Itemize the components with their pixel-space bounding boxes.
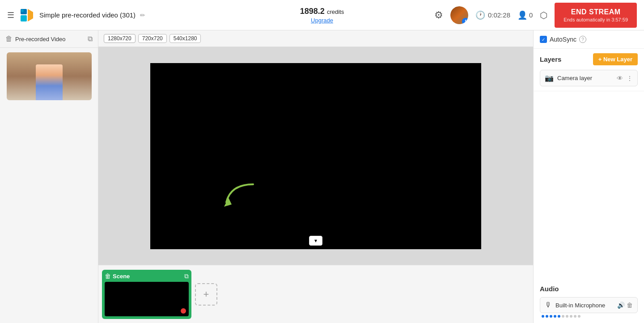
autosync-row: ✓ AutoSync ?	[534, 30, 644, 49]
end-stream-title: END STREAM	[571, 8, 621, 16]
header-center: 1898.2 credits Upgrade	[300, 7, 344, 24]
header: ☰ Simple pre-recorded video (301) ✏ 1898…	[0, 0, 644, 30]
audio-dot-10	[578, 315, 580, 318]
viewers-section: 👤 0	[517, 10, 533, 20]
prerecorded-trash-icon[interactable]: 🗑	[5, 35, 13, 43]
audio-trash-icon[interactable]: 🗑	[627, 302, 633, 309]
facebook-badge: f	[462, 18, 468, 24]
scene-header-left: 🗑 Scene	[105, 272, 130, 280]
microphone-icon: 🎙	[545, 301, 552, 309]
audio-section: Audio 🎙 Built-in Microphone 🔊 🗑	[534, 280, 644, 323]
audio-dot-4	[554, 315, 556, 318]
end-stream-button[interactable]: END STREAM Ends automatically in 3:57:59	[555, 3, 637, 28]
layers-title: Layers	[540, 55, 561, 63]
left-panel: 🗑 Pre-recorded Video ⧉	[0, 30, 98, 323]
prerecorded-copy-icon[interactable]: ⧉	[88, 35, 93, 43]
timer-section: 🕐 0:02:28	[475, 10, 510, 20]
video-canvas: ▾	[150, 63, 481, 249]
resolution-1280x720[interactable]: 1280x720	[104, 34, 136, 43]
thumbnail-image	[7, 52, 92, 100]
layer-name: Camera layer	[557, 75, 613, 81]
svg-point-3	[21, 9, 24, 12]
mic-name: Built-in Microphone	[555, 302, 614, 309]
volume-icon[interactable]: 🔊	[617, 302, 625, 309]
audio-dot-5	[558, 315, 560, 318]
svg-marker-4	[224, 198, 232, 207]
viewers-icon: 👤	[517, 10, 527, 20]
scene-header: 🗑 Scene ⧉	[105, 272, 189, 280]
scene-label: Scene	[113, 273, 130, 280]
credits-label: credits	[327, 8, 344, 15]
main-layout: 🗑 Pre-recorded Video ⧉ 1280x720 720x720 …	[0, 30, 644, 323]
layer-more-icon[interactable]: ⋮	[627, 75, 633, 82]
gear-icon[interactable]: ⚙	[434, 9, 443, 21]
add-scene-button[interactable]: +	[195, 283, 217, 306]
autosync-label: AutoSync	[550, 36, 576, 43]
svg-rect-0	[21, 15, 27, 21]
audio-item: 🎙 Built-in Microphone 🔊 🗑	[540, 297, 638, 313]
resolution-720x720[interactable]: 720x720	[138, 34, 167, 43]
upgrade-link[interactable]: Upgrade	[311, 17, 333, 24]
header-left: ☰ Simple pre-recorded video (301) ✏	[7, 7, 295, 23]
video-thumbnail	[7, 52, 92, 100]
external-link-icon[interactable]: ⬡	[540, 10, 547, 21]
scene-thumbnail	[105, 282, 189, 316]
layers-section: Layers + New Layer 📷 Camera layer 👁 ⋮	[534, 49, 644, 91]
prerecorded-header: 🗑 Pre-recorded Video ⧉	[0, 30, 98, 48]
audio-controls: 🔊 🗑	[617, 302, 633, 309]
audio-dot-8	[570, 315, 572, 318]
autosync-checkbox[interactable]: ✓	[540, 36, 547, 43]
right-panel: ✓ AutoSync ? Layers + New Layer 📷 Camera…	[533, 30, 644, 323]
edit-icon[interactable]: ✏	[140, 12, 145, 19]
scene-trash-icon[interactable]: 🗑	[105, 272, 111, 280]
app-title: Simple pre-recorded video (301)	[39, 11, 136, 19]
layer-visibility-icon[interactable]: 👁	[617, 75, 623, 82]
recording-dot	[181, 308, 186, 314]
header-right: ⚙ f 🕐 0:02:28 👤 0 ⬡ END STREAM Ends auto…	[349, 3, 637, 28]
audio-dot-1	[542, 315, 544, 318]
autosync-help-icon[interactable]: ?	[579, 36, 586, 43]
app-logo	[19, 7, 35, 23]
audio-dot-9	[574, 315, 576, 318]
audio-dot-2	[546, 315, 548, 318]
prerecorded-label: Pre-recorded Video	[15, 36, 66, 42]
new-layer-button[interactable]: + New Layer	[593, 53, 638, 65]
svg-marker-2	[28, 9, 33, 21]
avatar: f	[450, 6, 468, 24]
camera-layer-icon: 📷	[545, 74, 554, 82]
center-area: 1280x720 720x720 540x1280 ▾ 🗑 Scene	[98, 30, 533, 323]
scenes-bar: 🗑 Scene ⧉ +	[98, 265, 533, 323]
audio-level-dots	[540, 313, 638, 318]
hamburger-icon[interactable]: ☰	[7, 10, 14, 20]
layers-header: Layers + New Layer	[540, 53, 638, 65]
resolution-bar: 1280x720 720x720 540x1280	[98, 30, 533, 47]
audio-title: Audio	[540, 285, 638, 293]
timer-value: 0:02:28	[488, 11, 510, 19]
clock-icon: 🕐	[475, 10, 485, 20]
audio-dot-7	[566, 315, 568, 318]
canvas-area: ▾	[98, 47, 533, 265]
layer-item: 📷 Camera layer 👁 ⋮	[540, 70, 638, 86]
arrow-indicator	[222, 182, 258, 209]
scene-copy-icon[interactable]: ⧉	[184, 272, 189, 280]
scene-card[interactable]: 🗑 Scene ⧉	[102, 270, 191, 319]
prerecorded-left: 🗑 Pre-recorded Video	[5, 35, 66, 43]
end-stream-subtitle: Ends automatically in 3:57:59	[564, 17, 628, 22]
audio-dot-6	[562, 315, 564, 318]
chevron-down-button[interactable]: ▾	[309, 236, 322, 246]
resolution-540x1280[interactable]: 540x1280	[169, 34, 201, 43]
viewers-count: 0	[529, 11, 533, 19]
credits-amount: 1898.2	[300, 7, 325, 16]
audio-dot-3	[550, 315, 552, 318]
